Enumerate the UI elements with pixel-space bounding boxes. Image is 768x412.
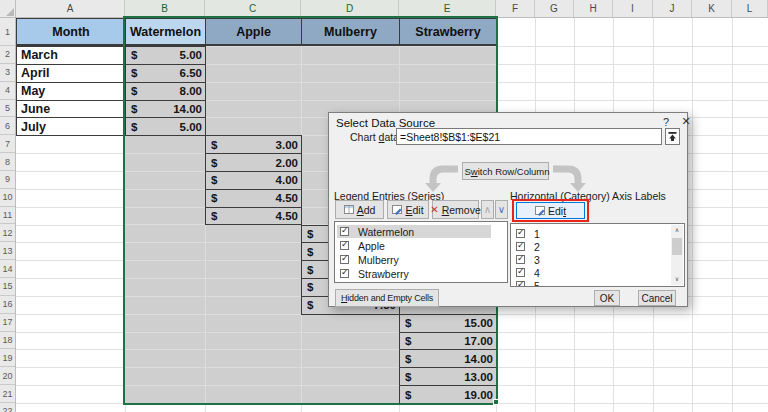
remove-series-button[interactable]: ✕ Remove — [432, 200, 479, 219]
checkbox-checked[interactable]: ✓ — [516, 281, 525, 287]
cell-watermelon-r6[interactable]: $5.00 — [125, 117, 206, 136]
cell-strawberry-r20[interactable]: $13.00 — [399, 367, 497, 386]
cell-apple-r8[interactable]: $2.00 — [205, 153, 302, 172]
row-header-7[interactable]: 7 — [0, 135, 15, 153]
select-data-source-dialog: Select Data Source ? ✕ Chart data range:… — [328, 112, 688, 307]
column-header-C[interactable]: C — [205, 0, 301, 17]
cell-strawberry-r21[interactable]: $19.00 — [399, 385, 497, 404]
cell-month-July[interactable]: July — [16, 117, 126, 136]
axis-labels-list[interactable]: ∧ ∨ ✓1✓2✓3✓4✓5 — [510, 223, 685, 287]
column-header-G[interactable]: G — [535, 0, 574, 17]
header-cell-Watermelon[interactable]: Watermelon — [125, 18, 206, 46]
checkbox-checked[interactable]: ✓ — [516, 229, 525, 238]
selection-fill-handle[interactable] — [493, 399, 499, 405]
row-header-18[interactable]: 18 — [0, 332, 15, 350]
collapse-dialog-button[interactable] — [665, 128, 680, 145]
move-series-up-button[interactable]: ∧ — [481, 200, 494, 219]
row-header-14[interactable]: 14 — [0, 260, 15, 278]
checkbox-checked[interactable]: ✓ — [340, 227, 349, 236]
row-header-4[interactable]: 4 — [0, 82, 15, 100]
row-header-12[interactable]: 12 — [0, 225, 15, 243]
cell-strawberry-r17[interactable]: $15.00 — [399, 314, 497, 333]
column-header-I[interactable]: I — [613, 0, 653, 17]
row-header-8[interactable]: 8 — [0, 153, 15, 171]
row-header-6[interactable]: 6 — [0, 117, 15, 135]
scroll-up-icon[interactable]: ∧ — [671, 225, 683, 236]
scrollbar-thumb[interactable] — [672, 238, 682, 255]
row-header-20[interactable]: 20 — [0, 367, 15, 385]
row-header-3[interactable]: 3 — [0, 64, 15, 82]
cell-apple-r9[interactable]: $4.00 — [205, 171, 302, 190]
cell-watermelon-r3[interactable]: $6.50 — [125, 64, 206, 83]
row-header-1[interactable]: 1 — [0, 18, 15, 46]
checkbox-checked[interactable]: ✓ — [340, 255, 349, 264]
cell-watermelon-r4[interactable]: $8.00 — [125, 82, 206, 101]
axis-label-item-4[interactable]: ✓4 — [513, 266, 668, 279]
axis-label-item-3[interactable]: ✓3 — [513, 253, 668, 266]
axis-label-item-2[interactable]: ✓2 — [513, 240, 668, 253]
axis-label-item-5[interactable]: ✓5 — [513, 279, 668, 287]
row-header-5[interactable]: 5 — [0, 100, 15, 118]
checkbox-checked[interactable]: ✓ — [340, 241, 349, 250]
column-header-E[interactable]: E — [399, 0, 496, 17]
close-icon[interactable]: ✕ — [678, 115, 694, 130]
move-series-down-button[interactable]: ∨ — [495, 200, 508, 219]
row-header-16[interactable]: 16 — [0, 296, 15, 314]
column-header-L[interactable]: L — [732, 0, 768, 17]
cell-apple-r7[interactable]: $3.00 — [205, 135, 302, 154]
cell-strawberry-r18[interactable]: $17.00 — [399, 332, 497, 351]
row-header-10[interactable]: 10 — [0, 189, 15, 207]
row-header-21[interactable]: 21 — [0, 385, 15, 403]
column-header-B[interactable]: B — [125, 0, 205, 17]
checkbox-checked[interactable]: ✓ — [516, 242, 525, 251]
row-header-22[interactable]: 22 — [0, 403, 15, 412]
series-item-watermelon[interactable]: ✓Watermelon — [337, 225, 491, 238]
axis-label-item-1[interactable]: ✓1 — [513, 227, 668, 240]
row-header-11[interactable]: 11 — [0, 207, 15, 225]
row-header-9[interactable]: 9 — [0, 171, 15, 189]
cell-month-June[interactable]: June — [16, 100, 126, 119]
cell-apple-r10[interactable]: $4.50 — [205, 189, 302, 208]
header-cell-Month[interactable]: Month — [16, 18, 126, 46]
row-header-13[interactable]: 13 — [0, 242, 15, 260]
edit-axis-labels-button[interactable]: Edit — [516, 202, 585, 219]
cell-strawberry-r19[interactable]: $14.00 — [399, 349, 497, 368]
cell-watermelon-r5[interactable]: $14.00 — [125, 100, 206, 119]
currency-symbol: $ — [211, 157, 217, 169]
header-cell-Strawberry[interactable]: Strawberry — [399, 18, 497, 46]
hidden-and-empty-cells-button[interactable]: Hidden and Empty Cells — [335, 289, 439, 307]
checkbox-checked[interactable]: ✓ — [340, 269, 349, 278]
cell-watermelon-r2[interactable]: $5.00 — [125, 46, 206, 65]
column-header-J[interactable]: J — [653, 0, 692, 17]
cell-month-May[interactable]: May — [16, 82, 126, 101]
series-item-mulberry[interactable]: ✓Mulberry — [337, 253, 491, 266]
scroll-down-icon[interactable]: ∨ — [671, 274, 683, 285]
legend-entries-list[interactable]: ✓Watermelon✓Apple✓Mulberry✓Strawberry — [334, 221, 508, 283]
column-header-A[interactable]: A — [16, 0, 125, 17]
series-item-strawberry[interactable]: ✓Strawberry — [337, 267, 491, 280]
axis-list-scrollbar[interactable]: ∧ ∨ — [671, 225, 683, 285]
column-header-D[interactable]: D — [301, 0, 399, 17]
row-header-15[interactable]: 15 — [0, 278, 15, 296]
checkbox-checked[interactable]: ✓ — [516, 255, 525, 264]
row-header-17[interactable]: 17 — [0, 314, 15, 332]
header-cell-Apple[interactable]: Apple — [205, 18, 302, 46]
row-header-2[interactable]: 2 — [0, 46, 15, 64]
column-header-K[interactable]: K — [692, 0, 732, 17]
series-item-apple[interactable]: ✓Apple — [337, 239, 491, 252]
cell-month-March[interactable]: March — [16, 46, 126, 65]
header-cell-Mulberry[interactable]: Mulberry — [301, 18, 400, 46]
add-series-button[interactable]: Add — [335, 200, 384, 219]
cancel-button[interactable]: Cancel — [638, 290, 676, 306]
cell-month-April[interactable]: April — [16, 64, 126, 83]
switch-row-column-button[interactable]: Switch Row/Column — [462, 162, 549, 180]
column-header-H[interactable]: H — [574, 0, 613, 17]
cell-apple-r11[interactable]: $4.50 — [205, 207, 302, 226]
edit-series-button[interactable]: Edit — [387, 200, 429, 219]
checkbox-checked[interactable]: ✓ — [516, 268, 525, 277]
select-all-corner[interactable] — [0, 0, 16, 18]
row-header-19[interactable]: 19 — [0, 349, 15, 367]
column-header-F[interactable]: F — [496, 0, 535, 17]
ok-button[interactable]: OK — [594, 290, 620, 306]
chart-data-range-input[interactable] — [396, 128, 662, 145]
